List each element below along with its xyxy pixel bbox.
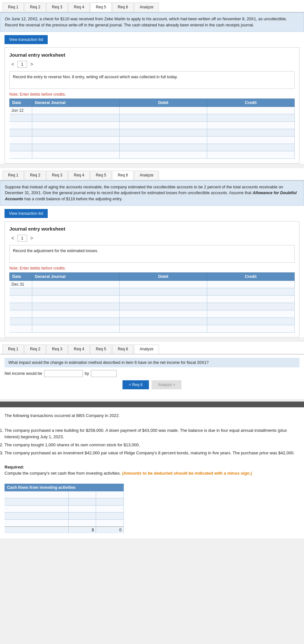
tab-req6-s1[interactable]: Req 6 (112, 3, 133, 12)
cf-col3-input-3[interactable] (98, 514, 121, 518)
journal-input-0-s2[interactable] (34, 282, 117, 287)
cell-journal[interactable] (32, 107, 120, 114)
debit-input-6-s2[interactable] (122, 327, 205, 331)
debit-input-3-s1[interactable] (122, 130, 205, 135)
tab-req4-s2[interactable]: Req 4 (68, 171, 90, 180)
cell-credit[interactable] (207, 310, 294, 317)
journal-input-1-s1[interactable] (34, 116, 117, 120)
credit-input-0-s1[interactable] (209, 108, 292, 113)
credit-input-3-s2[interactable] (209, 304, 292, 309)
cell-journal[interactable] (32, 144, 120, 151)
tab-req6-s2[interactable]: Req 6 (112, 171, 133, 180)
tab-req4-s3[interactable]: Req 4 (68, 345, 90, 354)
debit-input-6-s1[interactable] (122, 153, 205, 157)
cell-journal[interactable] (32, 288, 120, 295)
nav-prev-2[interactable]: < (9, 235, 16, 242)
tab-req3-s1[interactable]: Req 3 (46, 3, 68, 12)
cf-col2-input-2[interactable] (71, 507, 93, 511)
cell-debit[interactable] (120, 151, 207, 158)
cf-col3-input-4[interactable] (98, 521, 121, 526)
cell-credit[interactable] (207, 295, 294, 303)
nav-prev-1[interactable]: < (9, 61, 16, 68)
cf-col3-cell[interactable] (96, 520, 124, 527)
nav-next-1[interactable]: > (28, 61, 35, 68)
tab-analyze-s2[interactable]: Analyze (134, 171, 159, 180)
view-transaction-list-btn-1[interactable]: View transaction list (5, 35, 48, 44)
journal-input-3-s2[interactable] (34, 304, 117, 309)
debit-input-0-s1[interactable] (122, 108, 205, 113)
cf-col2-input-4[interactable] (71, 521, 93, 526)
cf-col2-cell[interactable] (68, 506, 96, 513)
cell-credit[interactable] (207, 325, 294, 332)
journal-input-0-s1[interactable] (34, 108, 117, 113)
cf-label-cell[interactable] (5, 498, 68, 506)
cf-col2-cell[interactable] (68, 513, 96, 520)
btn-next-analyze[interactable]: Analyze > (152, 380, 181, 389)
cf-col2-input-3[interactable] (71, 514, 93, 518)
debit-input-0-s2[interactable] (122, 282, 205, 287)
cell-journal[interactable] (32, 280, 120, 288)
cf-col3-cell[interactable] (96, 498, 124, 506)
journal-input-2-s1[interactable] (34, 123, 117, 128)
cf-col2-input-0[interactable] (71, 492, 93, 497)
analyze-input-amount[interactable] (91, 370, 117, 377)
debit-input-1-s2[interactable] (122, 289, 205, 294)
tab-req1-s1[interactable]: Req 1 (3, 3, 24, 12)
tab-req2-s1[interactable]: Req 2 (25, 3, 46, 12)
cell-debit[interactable] (120, 129, 207, 136)
cell-debit[interactable] (120, 107, 207, 114)
cell-debit[interactable] (120, 121, 207, 129)
journal-input-3-s1[interactable] (34, 130, 117, 135)
cell-debit[interactable] (120, 144, 207, 151)
debit-input-4-s1[interactable] (122, 138, 205, 142)
cell-debit[interactable] (120, 280, 207, 288)
credit-input-0-s2[interactable] (209, 282, 292, 287)
tab-req1-s2[interactable]: Req 1 (3, 171, 24, 180)
tab-req2-s3[interactable]: Req 2 (25, 345, 46, 354)
credit-input-1-s2[interactable] (209, 289, 292, 294)
credit-input-2-s2[interactable] (209, 297, 292, 301)
debit-input-5-s1[interactable] (122, 145, 205, 150)
tab-analyze-s3[interactable]: Analyze (134, 345, 159, 354)
cell-debit[interactable] (120, 114, 207, 121)
cf-col3-cell[interactable] (96, 491, 124, 498)
cell-credit[interactable] (207, 303, 294, 310)
debit-input-1-s1[interactable] (122, 116, 205, 120)
journal-input-5-s1[interactable] (34, 145, 117, 150)
cell-credit[interactable] (207, 288, 294, 295)
tab-req6-s3[interactable]: Req 6 (112, 345, 133, 354)
credit-input-5-s2[interactable] (209, 319, 292, 324)
cf-label-input-2[interactable] (6, 507, 64, 511)
cell-credit[interactable] (207, 280, 294, 288)
journal-input-2-s2[interactable] (34, 297, 117, 301)
cell-journal[interactable] (32, 151, 120, 158)
cell-credit[interactable] (207, 144, 294, 151)
cf-col3-cell[interactable] (96, 506, 124, 513)
debit-input-2-s2[interactable] (122, 297, 205, 301)
cf-col3-input-2[interactable] (98, 507, 121, 511)
cell-journal[interactable] (32, 317, 120, 325)
tab-req5-s3[interactable]: Req 5 (90, 345, 112, 354)
cell-journal[interactable] (32, 295, 120, 303)
cf-col2-cell[interactable] (68, 520, 96, 527)
cell-credit[interactable] (207, 151, 294, 158)
debit-input-4-s2[interactable] (122, 312, 205, 316)
credit-input-6-s1[interactable] (209, 153, 292, 157)
cell-journal[interactable] (32, 325, 120, 332)
debit-input-2-s1[interactable] (122, 123, 205, 128)
analyze-input-direction[interactable] (44, 370, 83, 377)
credit-input-2-s1[interactable] (209, 123, 292, 128)
cf-col3-input-0[interactable] (98, 492, 121, 497)
credit-input-1-s1[interactable] (209, 116, 292, 120)
tab-analyze-s1[interactable]: Analyze (134, 3, 159, 12)
cell-journal[interactable] (32, 121, 120, 129)
cf-label-input-1[interactable] (6, 500, 64, 504)
cell-credit[interactable] (207, 107, 294, 114)
tab-req4-s1[interactable]: Req 4 (68, 3, 90, 12)
cell-debit[interactable] (120, 317, 207, 325)
journal-input-6-s1[interactable] (34, 153, 117, 157)
cell-credit[interactable] (207, 129, 294, 136)
cell-debit[interactable] (120, 295, 207, 303)
credit-input-4-s1[interactable] (209, 138, 292, 142)
cell-debit[interactable] (120, 288, 207, 295)
